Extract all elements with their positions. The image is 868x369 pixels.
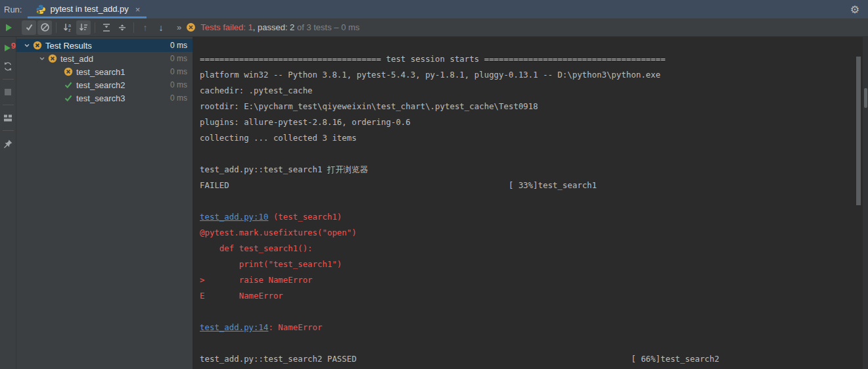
svg-text:z: z <box>68 28 71 32</box>
circle-x-icon <box>47 54 57 64</box>
close-icon[interactable]: × <box>135 5 141 14</box>
pin-tab-button[interactable] <box>1 137 14 150</box>
rerun-tests-button[interactable] <box>1 20 16 35</box>
chevron-down-icon[interactable] <box>37 53 47 64</box>
tree-item-label: test_add <box>60 54 93 64</box>
check-icon <box>63 80 73 90</box>
rerun-failed-tests-button[interactable]: 9 <box>1 41 14 55</box>
layout-icon <box>3 112 13 123</box>
svg-text:a: a <box>68 23 71 28</box>
tree-item-time: 0 ms <box>170 80 193 89</box>
collapse-all-button[interactable] <box>115 20 129 35</box>
rail-separator <box>3 105 14 105</box>
sort-alpha-icon: az <box>62 22 73 33</box>
status-passed-text: , passed: 2 <box>253 22 295 32</box>
stop-icon <box>4 88 12 96</box>
tree-item-label: Test Results <box>45 41 92 51</box>
console-output[interactable]: ===================================== te… <box>193 37 863 369</box>
tool-window-handle[interactable] <box>864 88 867 108</box>
tree-item-time: 0 ms <box>170 54 193 63</box>
tree-item-time: 0 ms <box>170 67 193 76</box>
rail-separator <box>3 79 14 80</box>
arrow-down-icon: ↓ <box>159 23 164 32</box>
toolbar-separator <box>133 22 134 33</box>
test-runner-toolbar: az ↑ ↓ » Tests failed: 1, passed: 2 of 3… <box>0 18 868 37</box>
tree-item-test-add[interactable]: test_add 0 ms <box>16 52 193 65</box>
test-error-icon <box>186 22 196 32</box>
check-icon <box>63 93 73 103</box>
test-results-tree: Test Results 0 ms test_add 0 ms test_sea… <box>16 37 193 369</box>
test-status-summary: Tests failed: 1, passed: 2 of 3 tests – … <box>186 22 359 32</box>
sort-alphabetically-button[interactable]: az <box>60 20 75 35</box>
tree-item-time: 0 ms <box>170 93 193 103</box>
rail-separator <box>3 130 14 131</box>
status-failed-text: Tests failed: 1 <box>200 22 253 32</box>
sort-duration-icon <box>78 22 89 33</box>
next-failed-test-button[interactable]: ↓ <box>154 20 168 35</box>
run-left-rail: 9 <box>0 37 16 369</box>
status-count-text: of 3 tests – 0 ms <box>294 22 359 32</box>
expand-all-icon <box>101 22 112 33</box>
toolbar-separator <box>95 22 95 33</box>
sort-by-duration-button[interactable] <box>76 20 91 35</box>
run-header: Run: pytest in test_add.py × ⚙ <box>0 0 868 18</box>
check-icon <box>24 22 34 32</box>
show-passed-button[interactable] <box>22 20 36 35</box>
arrow-up-icon: ↑ <box>143 23 148 32</box>
chevron-down-icon[interactable] <box>22 40 32 51</box>
auto-rerun-icon <box>3 61 13 72</box>
right-tool-stripe <box>863 37 868 369</box>
play-icon <box>4 23 13 32</box>
expand-all-button[interactable] <box>99 20 114 35</box>
tree-item-label: test_search3 <box>76 93 125 103</box>
tree-item-time: 0 ms <box>170 41 193 50</box>
tree-item-test-search1[interactable]: test_search1 0 ms <box>16 65 193 78</box>
run-tab-pytest[interactable]: pytest in test_add.py × <box>28 0 147 18</box>
stop-button <box>1 86 14 99</box>
run-tool-window: Run: pytest in test_add.py × ⚙ <box>0 0 868 369</box>
vertical-scrollbar[interactable] <box>856 57 861 205</box>
show-ignored-button[interactable] <box>37 20 52 35</box>
previous-failed-test-button[interactable]: ↑ <box>138 20 152 35</box>
failed-count-badge: 9 <box>11 41 16 51</box>
tab-title: pytest in test_add.py <box>50 4 128 14</box>
layout-settings-button[interactable] <box>1 111 14 124</box>
toolbar-separator <box>56 22 57 33</box>
gear-icon[interactable]: ⚙ <box>850 0 868 18</box>
tree-item-label: test_search1 <box>76 67 125 77</box>
circle-x-icon <box>32 41 42 51</box>
collapse-all-icon <box>117 22 127 33</box>
run-content: 9 Test Results 0 ms <box>0 37 868 369</box>
pytest-icon <box>35 4 46 14</box>
pin-icon <box>3 139 13 149</box>
tree-item-label: test_search2 <box>76 80 125 90</box>
active-tab-underline <box>28 16 147 18</box>
circle-slash-icon <box>40 22 50 32</box>
tree-item-test-search3[interactable]: test_search3 0 ms <box>16 91 193 105</box>
run-label: Run: <box>0 0 28 18</box>
circle-x-icon <box>63 67 73 77</box>
tree-item-test-search2[interactable]: test_search2 0 ms <box>16 78 193 91</box>
tree-item-test-results[interactable]: Test Results 0 ms <box>16 39 193 52</box>
more-actions-icon[interactable]: » <box>177 22 181 32</box>
toggle-auto-test-button[interactable] <box>1 60 14 73</box>
